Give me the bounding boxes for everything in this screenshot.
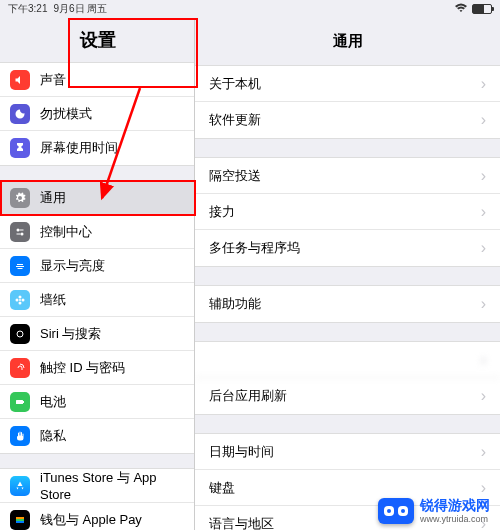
battery-icon xyxy=(10,392,30,412)
detail-item-multitask[interactable]: 多任务与程序坞 › xyxy=(195,230,500,266)
svg-rect-16 xyxy=(16,519,24,521)
detail-label: 多任务与程序坞 xyxy=(209,239,300,257)
detail-item-about[interactable]: 关于本机 › xyxy=(195,66,500,102)
detail-title: 通用 xyxy=(195,18,500,65)
detail-group-1: 关于本机 › 软件更新 › xyxy=(195,65,500,139)
detail-label: 关于本机 xyxy=(209,75,261,93)
detail-label xyxy=(209,351,261,369)
sidebar-label: 通用 xyxy=(40,189,66,207)
detail-item-update[interactable]: 软件更新 › xyxy=(195,102,500,138)
sidebar-item-general[interactable]: 通用 xyxy=(0,181,194,215)
detail-item-handoff[interactable]: 接力 › xyxy=(195,194,500,230)
svg-rect-6 xyxy=(18,268,23,269)
status-time: 下午3:21 xyxy=(8,2,47,16)
status-date: 9月6日 周五 xyxy=(53,2,107,16)
svg-point-2 xyxy=(21,232,24,235)
detail-label: 后台应用刷新 xyxy=(209,387,287,405)
chevron-right-icon: › xyxy=(481,295,486,313)
sidebar-label: 钱包与 Apple Pay xyxy=(40,511,142,529)
detail-pane: 通用 关于本机 › 软件更新 › 隔空投送 › 接力 › 多任务与程序坞 › xyxy=(195,18,500,530)
sidebar-item-touchid[interactable]: 触控 ID 与密码 xyxy=(0,351,194,385)
detail-group-3: 辅助功能 › xyxy=(195,285,500,323)
flower-icon xyxy=(10,290,30,310)
sidebar-item-display[interactable]: 显示与亮度 xyxy=(0,249,194,283)
sidebar-item-siri[interactable]: Siri 与搜索 xyxy=(0,317,194,351)
detail-item-refresh[interactable]: 后台应用刷新 › xyxy=(195,378,500,414)
detail-label: 语言与地区 xyxy=(209,515,274,531)
sidebar-label: Siri 与搜索 xyxy=(40,325,101,343)
wallet-icon xyxy=(10,510,30,530)
sidebar-group-1: 声音 勿扰模式 屏幕使用时间 xyxy=(0,62,194,166)
watermark-logo-icon xyxy=(378,498,414,524)
watermark-url: www.ytruida.com xyxy=(420,514,490,524)
chevron-right-icon: › xyxy=(481,239,486,257)
svg-point-10 xyxy=(16,298,19,301)
speaker-icon xyxy=(10,70,30,90)
hourglass-icon xyxy=(10,138,30,158)
chevron-right-icon: › xyxy=(481,203,486,221)
sidebar-item-itunes[interactable]: iTunes Store 与 App Store xyxy=(0,469,194,503)
sidebar-item-control[interactable]: 控制中心 xyxy=(0,215,194,249)
svg-rect-4 xyxy=(17,264,23,265)
chevron-right-icon: › xyxy=(481,75,486,93)
detail-label: 接力 xyxy=(209,203,235,221)
chevron-right-icon: › xyxy=(481,167,486,185)
svg-rect-3 xyxy=(17,233,21,234)
svg-point-23 xyxy=(401,509,405,513)
svg-point-11 xyxy=(22,298,25,301)
sidebar-title: 设置 xyxy=(0,18,194,62)
svg-point-0 xyxy=(17,228,20,231)
detail-group-2: 隔空投送 › 接力 › 多任务与程序坞 › xyxy=(195,157,500,267)
sidebar-item-wallpaper[interactable]: 墙纸 xyxy=(0,283,194,317)
moon-icon xyxy=(10,104,30,124)
sidebar-group-2: 通用 控制中心 显示与亮度 墙纸 Siri 与搜索 触控 ID 与密码 xyxy=(0,180,194,454)
svg-point-7 xyxy=(19,299,21,301)
status-bar: 下午3:21 9月6日 周五 xyxy=(0,0,500,18)
chevron-right-icon: › xyxy=(481,387,486,405)
sidebar-item-wallet[interactable]: 钱包与 Apple Pay xyxy=(0,503,194,530)
sidebar-item-sound[interactable]: 声音 xyxy=(0,63,194,97)
sidebar-label: 声音 xyxy=(40,71,66,89)
fingerprint-icon xyxy=(10,358,30,378)
detail-label: 辅助功能 xyxy=(209,295,261,313)
sidebar-item-dnd[interactable]: 勿扰模式 xyxy=(0,97,194,131)
sidebar-item-battery[interactable]: 电池 xyxy=(0,385,194,419)
detail-item-hidden[interactable]: › xyxy=(195,342,500,378)
svg-point-22 xyxy=(387,509,391,513)
sidebar-label: 控制中心 xyxy=(40,223,92,241)
svg-rect-13 xyxy=(16,400,23,404)
svg-point-9 xyxy=(19,301,22,304)
detail-item-datetime[interactable]: 日期与时间 › xyxy=(195,434,500,470)
chevron-right-icon: › xyxy=(481,479,486,497)
chevron-right-icon: › xyxy=(481,351,486,369)
svg-rect-17 xyxy=(16,521,24,523)
siri-icon xyxy=(10,324,30,344)
detail-label: 隔空投送 xyxy=(209,167,261,185)
battery-icon xyxy=(472,4,492,14)
svg-rect-15 xyxy=(16,517,24,519)
sidebar-label: iTunes Store 与 App Store xyxy=(40,469,184,502)
switches-icon xyxy=(10,222,30,242)
svg-point-12 xyxy=(17,331,23,337)
sidebar-label: 勿扰模式 xyxy=(40,105,92,123)
sidebar-label: 隐私 xyxy=(40,427,66,445)
chevron-right-icon: › xyxy=(481,443,486,461)
wifi-icon xyxy=(454,3,468,15)
sidebar-item-screentime[interactable]: 屏幕使用时间 xyxy=(0,131,194,165)
svg-rect-5 xyxy=(16,266,24,267)
detail-item-accessibility[interactable]: 辅助功能 › xyxy=(195,286,500,322)
sidebar-item-privacy[interactable]: 隐私 xyxy=(0,419,194,453)
appstore-icon xyxy=(10,476,30,496)
detail-group-4: › 后台应用刷新 › xyxy=(195,341,500,415)
sidebar-label: 触控 ID 与密码 xyxy=(40,359,125,377)
chevron-right-icon: › xyxy=(481,111,486,129)
brightness-icon xyxy=(10,256,30,276)
sidebar-group-3: iTunes Store 与 App Store 钱包与 Apple Pay xyxy=(0,468,194,530)
detail-label: 日期与时间 xyxy=(209,443,274,461)
svg-rect-14 xyxy=(23,401,24,403)
sidebar-label: 屏幕使用时间 xyxy=(40,139,118,157)
sidebar-label: 电池 xyxy=(40,393,66,411)
detail-item-airdrop[interactable]: 隔空投送 › xyxy=(195,158,500,194)
detail-label: 软件更新 xyxy=(209,111,261,129)
settings-sidebar: 设置 声音 勿扰模式 屏幕使用时间 通用 控制中心 xyxy=(0,18,195,530)
